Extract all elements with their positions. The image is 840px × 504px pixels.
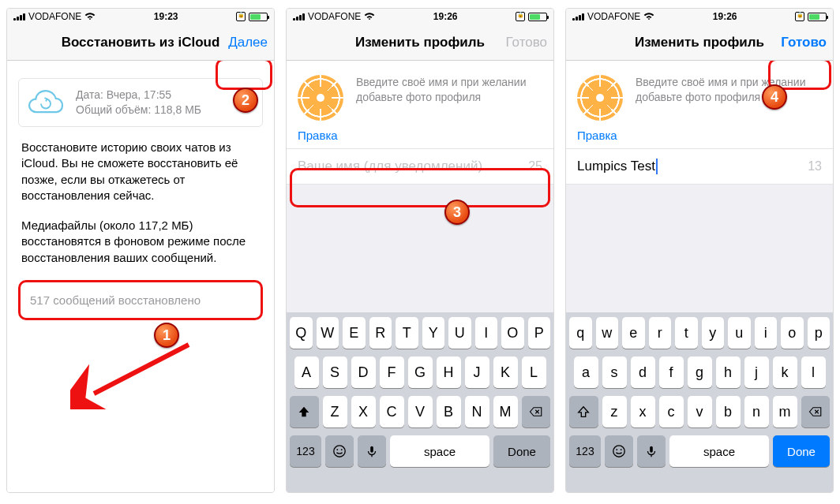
key[interactable]: p	[808, 317, 831, 349]
key[interactable]: M	[493, 396, 518, 427]
key[interactable]: d	[631, 357, 655, 388]
emoji-key[interactable]	[325, 435, 354, 467]
key[interactable]: P	[528, 317, 551, 349]
keyboard: q w e r t y u i o p a s d f g h j k l	[566, 312, 833, 492]
key[interactable]: U	[448, 317, 471, 349]
key[interactable]: S	[323, 357, 347, 388]
numbers-key[interactable]: 123	[290, 435, 321, 467]
key[interactable]: s	[602, 357, 627, 388]
done-key[interactable]: Done	[493, 435, 550, 467]
keyboard-row-3: Z X C V B N M	[290, 396, 550, 427]
key[interactable]: N	[465, 396, 489, 427]
svg-point-2	[341, 449, 343, 450]
key[interactable]: V	[408, 396, 433, 427]
nav-bar: Изменить профиль Готово	[287, 24, 553, 61]
key[interactable]: q	[569, 317, 592, 349]
emoji-key[interactable]	[605, 435, 633, 467]
key[interactable]: i	[755, 317, 778, 349]
key[interactable]: O	[501, 317, 524, 349]
key[interactable]: e	[622, 317, 645, 349]
key[interactable]: R	[369, 317, 392, 349]
key[interactable]: I	[475, 317, 498, 349]
key[interactable]: J	[465, 357, 489, 388]
key[interactable]: A	[294, 357, 319, 388]
key[interactable]: l	[801, 357, 826, 388]
done-key[interactable]: Done	[773, 435, 830, 467]
svg-rect-3	[370, 446, 373, 453]
key[interactable]: T	[396, 317, 418, 349]
key[interactable]: x	[631, 396, 655, 427]
carrier-label: VODAFONE	[28, 11, 81, 22]
key[interactable]: F	[380, 357, 404, 388]
key[interactable]: f	[659, 357, 684, 388]
dictation-key[interactable]	[358, 435, 386, 467]
key[interactable]: w	[596, 317, 619, 349]
nav-title: Восстановить из iCloud	[62, 35, 220, 50]
key[interactable]: j	[744, 357, 769, 388]
key[interactable]: r	[649, 317, 672, 349]
key[interactable]: u	[728, 317, 751, 349]
annotation-badge-1: 1	[154, 323, 179, 348]
key[interactable]: C	[380, 396, 404, 427]
key[interactable]: g	[688, 357, 712, 388]
edit-photo-link[interactable]: Правка	[566, 129, 833, 148]
key[interactable]: z	[602, 396, 627, 427]
shift-key[interactable]	[290, 396, 319, 427]
backspace-key[interactable]	[801, 396, 831, 427]
key[interactable]: c	[659, 396, 684, 427]
annotation-badge-3: 3	[444, 200, 470, 225]
key[interactable]: t	[675, 317, 698, 349]
key[interactable]: B	[437, 396, 461, 427]
edit-photo-link[interactable]: Правка	[287, 129, 553, 148]
key[interactable]: b	[716, 396, 741, 427]
carrier-label: VODAFONE	[587, 11, 640, 22]
clock: 19:23	[154, 11, 178, 22]
keyboard-row-2: A S D F G H J K L	[290, 357, 550, 388]
key[interactable]: Y	[422, 317, 445, 349]
avatar[interactable]	[577, 75, 623, 121]
name-input[interactable]: Lumpics Test 13	[566, 148, 833, 185]
key[interactable]: W	[317, 317, 339, 349]
char-counter: 25	[528, 159, 542, 174]
key[interactable]: D	[351, 357, 376, 388]
signal-icon	[13, 13, 25, 21]
key[interactable]: L	[522, 357, 546, 388]
key[interactable]: G	[408, 357, 433, 388]
carrier-label: VODAFONE	[308, 11, 361, 22]
key[interactable]: Q	[290, 317, 313, 349]
battery-icon	[249, 13, 268, 21]
done-button[interactable]: Готово	[781, 35, 827, 50]
next-button[interactable]: Далее	[228, 35, 268, 50]
orientation-lock-icon	[795, 12, 804, 21]
svg-point-4	[613, 446, 624, 457]
nav-title: Изменить профиль	[355, 35, 485, 50]
key[interactable]: n	[744, 396, 769, 427]
text-cursor	[656, 159, 658, 174]
key[interactable]: h	[716, 357, 741, 388]
numbers-key[interactable]: 123	[569, 435, 601, 467]
avatar[interactable]	[298, 75, 343, 121]
key[interactable]: o	[781, 317, 804, 349]
backspace-key[interactable]	[522, 396, 551, 427]
shift-key[interactable]	[569, 396, 598, 427]
restore-body: Дата: Вчера, 17:55 Общий объём: 118,8 МБ…	[7, 61, 274, 492]
key[interactable]: H	[437, 357, 461, 388]
name-input[interactable]: Ваше имя (для уведомлений) 25	[287, 148, 553, 185]
profile-body: Введите своё имя и при желании добавьте …	[566, 61, 833, 492]
orientation-lock-icon	[236, 12, 246, 21]
key[interactable]: E	[343, 317, 366, 349]
space-key[interactable]: space	[669, 435, 769, 467]
dictation-key[interactable]	[637, 435, 666, 467]
space-key[interactable]: space	[390, 435, 489, 467]
key[interactable]: Z	[323, 396, 347, 427]
key[interactable]: y	[702, 317, 725, 349]
backup-size: Общий объём: 118,8 МБ	[76, 103, 201, 118]
done-button[interactable]: Готово	[506, 35, 548, 50]
key[interactable]: m	[773, 396, 797, 427]
key[interactable]: X	[351, 396, 376, 427]
signal-icon	[293, 13, 305, 21]
key[interactable]: v	[688, 396, 712, 427]
key[interactable]: K	[493, 357, 518, 388]
key[interactable]: k	[773, 357, 797, 388]
key[interactable]: a	[574, 357, 598, 388]
